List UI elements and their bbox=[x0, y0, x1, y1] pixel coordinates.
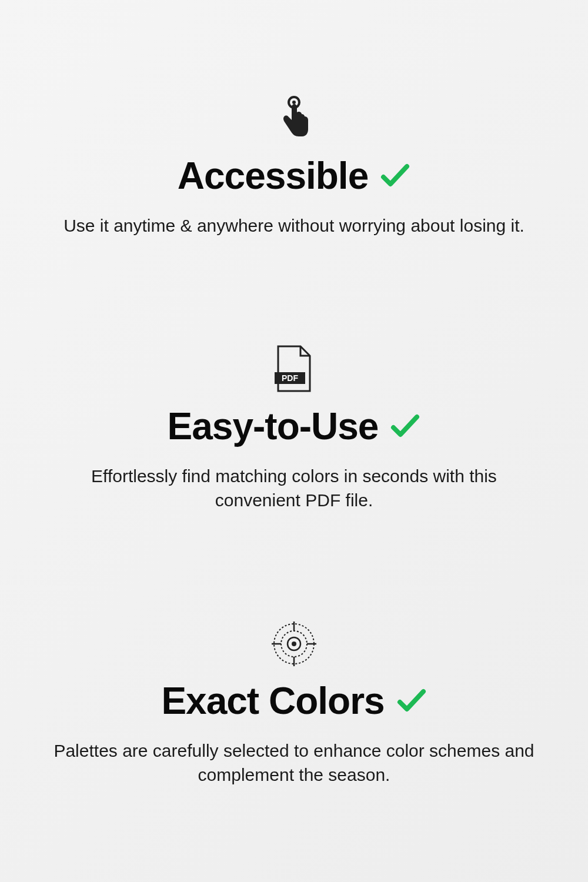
svg-point-1 bbox=[292, 101, 296, 104]
feature-description: Palettes are carefully selected to enhan… bbox=[53, 739, 535, 787]
feature-title: Accessible bbox=[178, 154, 368, 198]
checkmark-icon bbox=[396, 686, 427, 716]
title-row: Exact Colors bbox=[161, 679, 426, 723]
pdf-icon: PDF bbox=[273, 346, 315, 393]
svg-point-7 bbox=[292, 642, 296, 646]
feature-title: Exact Colors bbox=[161, 679, 384, 723]
touch-icon bbox=[276, 95, 312, 142]
checkmark-icon bbox=[380, 161, 410, 191]
feature-easy-to-use: PDF Easy-to-Use Effortlessly find matchi… bbox=[35, 346, 553, 512]
svg-text:PDF: PDF bbox=[282, 373, 298, 383]
feature-title: Easy-to-Use bbox=[168, 405, 379, 448]
title-row: Accessible bbox=[178, 154, 410, 198]
feature-description: Use it anytime & anywhere without worryi… bbox=[64, 214, 524, 238]
title-row: Easy-to-Use bbox=[168, 405, 421, 448]
feature-accessible: Accessible Use it anytime & anywhere wit… bbox=[35, 95, 553, 238]
feature-description: Effortlessly find matching colors in sec… bbox=[53, 465, 535, 512]
checkmark-icon bbox=[390, 411, 420, 442]
feature-exact-colors: Exact Colors Palettes are carefully sele… bbox=[35, 620, 553, 787]
target-icon bbox=[272, 620, 316, 667]
